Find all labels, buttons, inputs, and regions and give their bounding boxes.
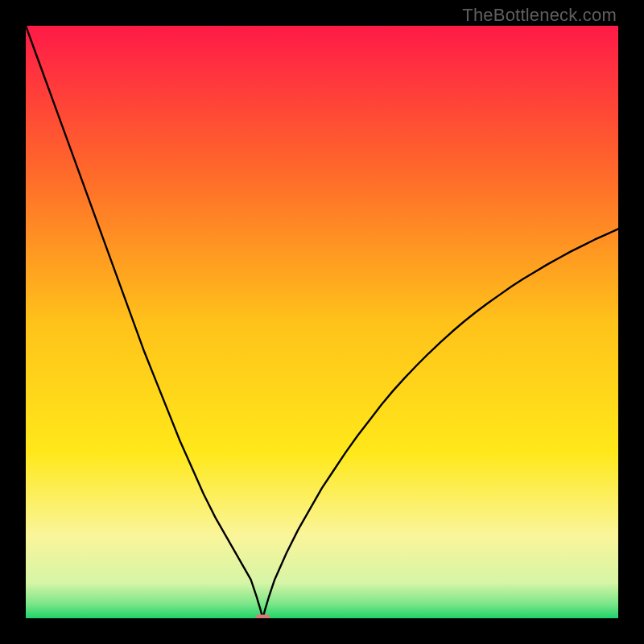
optimum-marker: [255, 615, 270, 619]
gradient-background: [26, 26, 618, 618]
watermark-label: TheBottleneck.com: [462, 5, 617, 26]
plot-area: [26, 26, 618, 618]
bottleneck-chart: [26, 26, 618, 618]
outer-frame: TheBottleneck.com: [0, 0, 644, 644]
